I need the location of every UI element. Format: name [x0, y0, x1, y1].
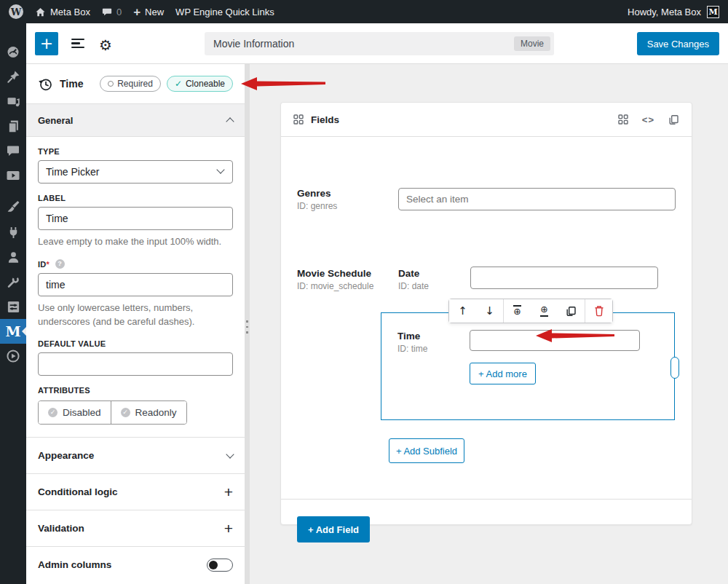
drag-dots-icon	[246, 320, 248, 337]
admin-sidebar: M	[0, 23, 26, 584]
grid-icon	[293, 114, 304, 125]
sidebar-item-comments[interactable]	[0, 138, 26, 163]
video-icon	[6, 168, 20, 183]
sidebar-item-users[interactable]	[0, 245, 26, 269]
section-appearance[interactable]: Appearance	[26, 437, 245, 473]
genres-field-label[interactable]: Genres ID: genres	[297, 188, 337, 211]
label-help-text: Leave empty to make the input 100% width…	[38, 235, 234, 249]
pin-icon	[7, 70, 20, 84]
duplicate-icon	[566, 306, 577, 317]
default-value-label: DEFAULT VALUE	[38, 339, 233, 348]
admin-bar: W Meta Box 0 + New WP Engine Quick Links	[0, 0, 728, 23]
check-circle-icon: ✓	[121, 408, 130, 417]
sidebar-item-meta-box[interactable]: M	[0, 319, 26, 344]
sidebar-item-pages[interactable]	[0, 114, 26, 138]
panel-footer-divider	[281, 499, 692, 500]
insert-before-button[interactable]: ⊕	[504, 299, 531, 323]
sidebar-item-appearance[interactable]	[0, 195, 26, 220]
chevron-down-icon	[216, 165, 224, 173]
dashboard-icon	[6, 44, 20, 59]
duplicate-button[interactable]	[558, 299, 585, 323]
new-content-link[interactable]: + New	[133, 6, 164, 18]
sidebar-item-posts[interactable]	[0, 64, 26, 89]
default-value-input[interactable]	[38, 352, 233, 376]
movie-schedule-field-label[interactable]: Movie Schedule ID: movie_schedule	[297, 268, 373, 291]
required-badge[interactable]: Required	[100, 76, 161, 92]
users-icon	[7, 250, 20, 264]
avatar: M	[707, 6, 719, 18]
date-subfield-label[interactable]: Date ID: date	[398, 268, 429, 291]
site-name-link[interactable]: Meta Box	[35, 7, 90, 17]
comments-icon	[7, 144, 20, 157]
active-menu-notch	[22, 327, 26, 336]
add-field-button[interactable]: + Add Field	[297, 516, 370, 542]
meta-box-title-input[interactable]	[213, 38, 514, 50]
wordpress-menu[interactable]: W	[9, 4, 23, 19]
id-input[interactable]	[38, 273, 233, 296]
move-down-button[interactable]: ↓	[476, 299, 503, 323]
fields-panel-header: Fields <>	[281, 103, 692, 137]
trash-icon	[594, 305, 604, 317]
admin-columns-toggle[interactable]	[207, 559, 233, 572]
delete-button[interactable]	[585, 299, 612, 323]
panel-resize-handle[interactable]	[245, 64, 250, 584]
time-input[interactable]	[470, 330, 640, 351]
section-general[interactable]: General	[26, 104, 245, 137]
sliders-icon	[7, 300, 20, 314]
label-input[interactable]	[38, 207, 233, 230]
add-more-button[interactable]: + Add more	[470, 363, 536, 384]
add-subfield-button[interactable]: + Add Subfield	[389, 438, 464, 463]
comment-bubble-icon	[102, 7, 112, 17]
resize-handle[interactable]	[670, 357, 679, 379]
id-help-text: Use only lowercase letters, numbers, und…	[38, 301, 234, 329]
cloneable-badge[interactable]: ✓ Cloneable	[167, 76, 233, 92]
field-title: Time	[60, 78, 83, 90]
time-subfield-label[interactable]: Time ID: time	[397, 331, 427, 354]
label-label: LABEL	[38, 194, 233, 202]
sidebar-item-movies[interactable]	[0, 163, 26, 188]
sidebar-item-collapse[interactable]	[0, 344, 26, 368]
account-menu[interactable]: Howdy, Meta Box M	[628, 6, 719, 18]
field-settings-header: Time Required ✓ Cloneable	[26, 64, 245, 104]
comments-link[interactable]: 0	[102, 7, 122, 17]
section-admin-columns[interactable]: Admin columns	[26, 546, 245, 583]
help-icon[interactable]: ?	[55, 259, 65, 269]
sidebar-item-tools[interactable]	[0, 269, 26, 294]
section-validation[interactable]: Validation +	[26, 510, 245, 546]
save-changes-button[interactable]: Save Changes	[637, 32, 719, 55]
home-icon	[35, 7, 46, 17]
sidebar-item-settings[interactable]	[0, 294, 26, 319]
type-label: TYPE	[38, 147, 233, 156]
add-block-button[interactable]: +	[35, 32, 58, 55]
fields-list: Genres ID: genres Select an item Movie S…	[281, 137, 692, 525]
sidebar-item-media[interactable]	[0, 89, 26, 114]
grid-view-button[interactable]	[618, 114, 628, 125]
copy-button[interactable]	[668, 114, 679, 125]
type-select[interactable]: Time Picker	[38, 160, 233, 184]
code-view-button[interactable]: <>	[642, 114, 654, 125]
gear-icon[interactable]: ⚙	[99, 36, 112, 54]
time-subfield-selected[interactable]: Time ID: time + Add more	[381, 312, 675, 420]
post-type-badge: Movie	[514, 36, 550, 51]
readonly-toggle-button[interactable]: ✓ Readonly	[111, 401, 186, 424]
disabled-toggle-button[interactable]: ✓ Disabled	[39, 401, 111, 424]
section-conditional-logic[interactable]: Conditional logic +	[26, 473, 245, 510]
insert-before-icon: ⊕	[513, 305, 521, 316]
move-up-button[interactable]: ↑	[449, 299, 476, 323]
list-view-icon[interactable]	[71, 39, 87, 49]
copy-icon	[668, 114, 679, 125]
subfield-toolbar: ↑ ↓ ⊕ ⊕	[448, 299, 613, 323]
wp-engine-quick-links[interactable]: WP Engine Quick Links	[175, 7, 274, 17]
insert-after-icon: ⊕	[540, 305, 548, 316]
fields-panel-title: Fields	[311, 114, 339, 125]
plus-icon: +	[224, 521, 233, 536]
attributes-group: ✓ Disabled ✓ Readonly	[38, 400, 187, 425]
media-icon	[7, 95, 20, 108]
fields-panel: Fields <>	[280, 102, 692, 525]
date-input[interactable]	[470, 267, 658, 289]
genres-select-input[interactable]: Select an item	[398, 188, 676, 210]
insert-after-button[interactable]: ⊕	[531, 299, 558, 323]
sidebar-item-plugins[interactable]	[0, 220, 26, 245]
sidebar-item-dashboard[interactable]	[0, 39, 26, 64]
plus-icon: +	[133, 6, 141, 18]
